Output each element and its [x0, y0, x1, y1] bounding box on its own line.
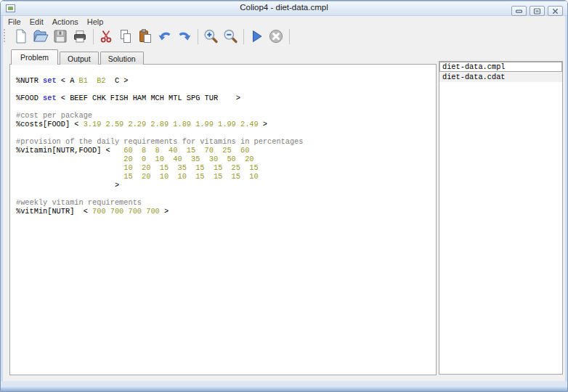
code-token-plain	[16, 163, 123, 172]
copy-icon	[118, 28, 134, 44]
code-token-num: B1	[79, 76, 88, 85]
code-line: 20 0 10 40 35 30 50 20	[16, 155, 433, 163]
code-line: 15 20 10 10 15 15 15 10	[16, 172, 433, 181]
code-line: #cost per package	[16, 111, 433, 120]
undo-button[interactable]	[156, 28, 174, 45]
run-icon	[248, 28, 264, 44]
code-line: #weekly vitamin requirements	[16, 198, 433, 207]
code-line: %FOOD set < BEEF CHK FISH HAM MCH MTL SP…	[16, 94, 433, 102]
cut-icon	[98, 28, 114, 44]
file-list: diet-data.cmpldiet-data.cdat	[439, 62, 562, 82]
code-line: %vitamin[NUTR,FOOD] < 60 8 8 40 15 70 25…	[16, 146, 433, 155]
code-token-kw: set	[43, 76, 57, 85]
stop-icon	[268, 28, 284, 44]
code-line: %NUTR set < A B1 B2 C >	[16, 76, 433, 85]
open-button[interactable]	[32, 28, 50, 45]
print-icon	[72, 28, 88, 44]
window-frame-bottom	[1, 381, 567, 391]
code-line: %costs[FOOD] < 3.19 2.59 2.29 2.89 1.89 …	[16, 120, 433, 128]
code-token-num: B2	[97, 76, 105, 85]
zoom-out-icon	[222, 28, 238, 44]
redo-button[interactable]	[176, 28, 194, 45]
save-icon	[52, 28, 68, 44]
print-button[interactable]	[71, 28, 89, 45]
paste-icon	[137, 28, 153, 44]
code-line: #provision of the daily requirements for…	[16, 137, 433, 146]
code-token-num: 700 700 700 700	[92, 207, 160, 216]
code-token-plain	[16, 155, 123, 163]
file-list-item[interactable]: diet-data.cmpl	[439, 62, 562, 72]
maximize-icon	[533, 8, 541, 15]
copy-button[interactable]	[117, 28, 135, 45]
save-button[interactable]	[52, 28, 70, 45]
new-button[interactable]	[12, 28, 31, 45]
code-token-comment: #weekly vitamin requirements	[16, 198, 142, 207]
cut-button[interactable]	[97, 28, 115, 45]
code-line	[16, 102, 433, 111]
code-token-num: 10 20 15 35 15 15 25 15	[123, 163, 258, 172]
close-icon	[551, 8, 559, 15]
code-token-num: 60 8 8 40 15 70 25 60	[123, 146, 249, 155]
code-token-plain: >	[160, 207, 169, 216]
code-token-plain: %vitMin[NUTR] <	[16, 207, 92, 216]
title-bar[interactable]: Coliop4 - diet-data.cmpl	[1, 1, 567, 16]
zoom-in-button[interactable]	[202, 28, 220, 45]
menu-bar: FileEditActionsHelp	[1, 17, 567, 27]
window-title: Coliop4 - diet-data.cmpl	[1, 3, 567, 12]
new-file-icon	[13, 28, 29, 44]
run-button[interactable]	[248, 28, 266, 45]
code-token-plain: >	[259, 120, 267, 128]
menu-edit[interactable]: Edit	[25, 17, 48, 27]
code-text: %NUTR set < A B1 B2 C > %FOOD set < BEEF…	[16, 76, 433, 216]
open-folder-icon	[33, 28, 49, 44]
code-line: %vitMin[NUTR] < 700 700 700 700 >	[16, 207, 433, 216]
stop-button[interactable]	[267, 28, 285, 45]
zoom-out-button[interactable]	[222, 28, 240, 45]
code-token-comment: #cost per package	[16, 111, 92, 120]
code-token-plain: %vitamin[NUTR,FOOD] <	[16, 146, 123, 155]
code-line	[16, 189, 433, 198]
code-token-kw: set	[43, 94, 57, 102]
close-button[interactable]	[548, 6, 563, 16]
code-token-plain: < BEEF CHK FISH HAM MCH MTL SPG TUR >	[57, 94, 240, 102]
code-token-plain: >	[16, 181, 119, 189]
code-token-plain: %FOOD	[16, 94, 43, 102]
redo-icon	[177, 28, 192, 44]
maximize-button[interactable]	[530, 6, 545, 16]
code-token-plain: %costs[FOOD] <	[16, 120, 84, 128]
code-line: >	[16, 181, 433, 189]
file-list-item[interactable]: diet-data.cdat	[439, 72, 562, 82]
code-editor[interactable]: %NUTR set < A B1 B2 C > %FOOD set < BEEF…	[9, 64, 437, 375]
code-line	[16, 85, 433, 94]
tab-output[interactable]: Output	[60, 52, 99, 65]
toolbar-separator	[243, 29, 244, 44]
minimize-button[interactable]	[511, 6, 527, 16]
toolbar-separator	[198, 29, 198, 44]
code-token-num: 15 20 10 10 15 15 15 10	[123, 172, 258, 181]
zoom-in-icon	[203, 28, 219, 44]
menu-help[interactable]: Help	[83, 17, 108, 27]
minimize-icon	[515, 8, 523, 15]
code-token-plain: %NUTR	[16, 76, 43, 85]
undo-icon	[157, 28, 173, 44]
toolbar-separator	[289, 29, 290, 44]
window-frame-right	[565, 16, 567, 391]
tab-bar: ProblemOutputSolution	[11, 49, 145, 65]
tab-problem[interactable]: Problem	[11, 49, 58, 65]
code-token-plain	[88, 76, 97, 85]
code-token-plain: C >	[106, 76, 129, 85]
code-line: 10 20 15 35 15 15 25 15	[16, 163, 433, 172]
toolbar	[3, 27, 565, 46]
code-token-num: 3.19 2.59 2.29 2.89 1.89 1.99 1.99 2.49	[84, 120, 259, 128]
code-line	[16, 128, 433, 137]
file-list-panel: diet-data.cmpldiet-data.cdat	[439, 61, 563, 375]
code-token-comment: #provision of the daily requirements for…	[16, 137, 303, 146]
app-window: Coliop4 - diet-data.cmpl FileEditActions…	[0, 0, 568, 392]
toolbar-drag-handle[interactable]	[4, 29, 7, 44]
window-frame-left	[1, 16, 3, 391]
tab-solution[interactable]: Solution	[100, 52, 144, 65]
code-token-num: 20 0 10 40 35 30 50 20	[123, 155, 253, 163]
paste-button[interactable]	[137, 28, 155, 45]
menu-actions[interactable]: Actions	[48, 17, 83, 27]
menu-file[interactable]: File	[4, 17, 25, 27]
